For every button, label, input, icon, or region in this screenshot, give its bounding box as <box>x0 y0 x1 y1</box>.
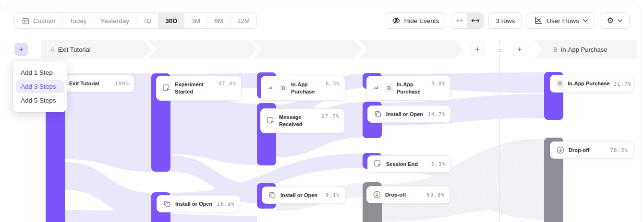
chart-type-dropdown[interactable]: User Flows <box>527 12 595 29</box>
dropoff-icon <box>373 190 381 199</box>
flow-ribbons-dropoff <box>276 139 544 222</box>
chevron-down-icon <box>618 19 622 22</box>
date-range-today[interactable]: Today <box>63 13 94 28</box>
date-range-12m[interactable]: 12M <box>231 13 256 28</box>
calendar-icon <box>22 17 30 25</box>
date-range-label: Custom <box>33 17 56 24</box>
menu-item-add-3-steps[interactable]: Add 3 Steps <box>16 80 64 93</box>
event-click-icon <box>374 160 382 168</box>
add-step-button[interactable]: + <box>14 43 28 56</box>
collapse-icon <box>455 16 464 25</box>
step-b-badge: B <box>279 84 287 92</box>
date-range-6m[interactable]: 6M <box>207 13 231 28</box>
collapse-expand-toggle <box>451 12 484 29</box>
rows-button[interactable]: 3 rows <box>488 12 522 29</box>
date-range-yesterday[interactable]: Yesterday <box>94 13 137 28</box>
event-click-icon <box>267 117 275 125</box>
curved-arrow-icon <box>373 84 381 93</box>
node-message-received[interactable]: Message Received 27.7% <box>260 108 345 133</box>
node-in-app-purchase-2[interactable]: B In-App Purchase 3.8% <box>366 76 451 101</box>
add-column-left-of-b-button[interactable]: + <box>513 43 526 56</box>
expand-icon <box>471 16 480 25</box>
collapse-columns-button[interactable] <box>451 13 467 28</box>
node-drop-off-2[interactable]: Drop-off 78.3% <box>550 141 633 159</box>
install-icon <box>268 191 277 199</box>
step-b-badge: B <box>385 84 393 92</box>
settings-dropdown[interactable]: ⚙ <box>600 12 630 29</box>
chevron-down-icon <box>583 19 588 22</box>
node-install-or-open-1[interactable]: Install or Open 15.3% <box>157 195 240 212</box>
date-range-30d[interactable]: 30D <box>158 13 184 28</box>
menu-item-add-5-steps[interactable]: Add 5 Steps <box>16 94 64 107</box>
date-range-custom[interactable]: Custom <box>15 13 63 28</box>
install-icon <box>374 110 382 118</box>
toolbar: Custom Today Yesterday 7D 30D 3M 6M 12M … <box>14 12 630 29</box>
date-range-group: Custom Today Yesterday 7D 30D 3M 6M 12M <box>14 12 257 29</box>
node-install-or-open-2[interactable]: Install or Open 9.1% <box>262 187 345 204</box>
expand-columns-button[interactable] <box>467 13 483 28</box>
eye-off-icon <box>392 16 401 25</box>
menu-item-add-1-step[interactable]: Add 1 Step <box>16 66 64 79</box>
step-header-band-a[interactable] <box>41 40 463 58</box>
hide-events-button[interactable]: Hide Events <box>385 12 447 29</box>
section-divider <box>499 40 500 222</box>
node-experiment-started[interactable]: Experiment Started 47.4% <box>156 76 242 101</box>
date-range-3m[interactable]: 3M <box>184 13 207 28</box>
node-session-end[interactable]: Session End 5.3% <box>367 155 451 173</box>
step-header-a[interactable]: A Exit Tutorial <box>50 40 91 58</box>
node-drop-off-1[interactable]: Drop-off 69.8% <box>366 186 450 203</box>
toolbar-right-cluster: Hide Events 3 rows User Flows <box>385 12 630 29</box>
step-b-badge: B <box>556 80 564 88</box>
dropoff-icon <box>556 146 565 154</box>
gear-icon: ⚙ <box>607 17 614 24</box>
node-install-or-open-3[interactable]: Install or Open 14.7% <box>367 105 451 123</box>
curved-arrow-icon <box>267 84 276 93</box>
user-flows-icon <box>534 16 543 25</box>
node-in-app-purchase-1[interactable]: B In-App Purchase 6.3% <box>261 76 345 101</box>
approx-divider-icon: ≈ <box>495 45 504 55</box>
add-step-menu: Add 1 Step Add 3 Steps Add 5 Steps <box>13 61 67 112</box>
step-header-b[interactable]: B In-App Purchase <box>553 40 608 58</box>
date-range-7d[interactable]: 7D <box>136 13 158 28</box>
event-click-icon <box>162 84 171 93</box>
node-in-app-purchase-b[interactable]: B In-App Purchase 21.7% <box>550 75 633 93</box>
install-icon <box>163 199 171 208</box>
add-column-right-button[interactable]: + <box>471 43 484 56</box>
